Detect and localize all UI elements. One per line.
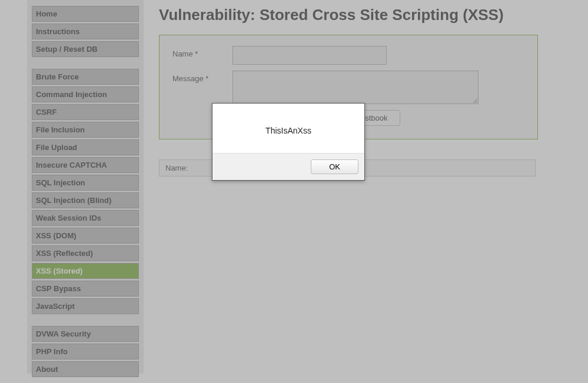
nav-home[interactable]: Home <box>32 6 139 22</box>
message-textarea[interactable] <box>232 71 479 104</box>
nav-brute-force[interactable]: Brute Force <box>32 69 139 85</box>
message-label: Message * <box>172 71 232 83</box>
alert-message: ThisIsAnXss <box>212 104 364 153</box>
nav-php-info[interactable]: PHP Info <box>32 344 139 359</box>
nav-setup[interactable]: Setup / Reset DB <box>32 41 139 57</box>
name-input[interactable] <box>232 46 387 65</box>
nav-group-3: DVWA Security PHP Info About <box>32 326 139 377</box>
nav-file-inclusion[interactable]: File Inclusion <box>32 122 139 138</box>
nav-insecure-captcha[interactable]: Insecure CAPTCHA <box>32 157 139 173</box>
nav-xss-stored[interactable]: XSS (Stored) <box>32 263 139 279</box>
nav-csp-bypass[interactable]: CSP Bypass <box>32 281 139 297</box>
nav-javascript[interactable]: JavaScript <box>32 298 139 314</box>
nav-sql-injection-blind[interactable]: SQL Injection (Blind) <box>32 192 139 208</box>
entry-name-label: Name: <box>165 164 188 172</box>
page-title: Vulnerability: Stored Cross Site Scripti… <box>159 6 538 24</box>
nav-csrf[interactable]: CSRF <box>32 104 139 120</box>
nav-group-1: Home Instructions Setup / Reset DB <box>32 6 139 57</box>
nav-file-upload[interactable]: File Upload <box>32 139 139 155</box>
nav-xss-dom[interactable]: XSS (DOM) <box>32 228 139 244</box>
nav-dvwa-security[interactable]: DVWA Security <box>32 326 139 342</box>
nav-instructions[interactable]: Instructions <box>32 24 139 39</box>
alert-dialog: ThisIsAnXss OK <box>212 103 365 181</box>
nav-weak-session-ids[interactable]: Weak Session IDs <box>32 210 139 226</box>
nav-sql-injection[interactable]: SQL Injection <box>32 175 139 191</box>
alert-footer: OK <box>212 153 364 180</box>
sidebar: Home Instructions Setup / Reset DB Brute… <box>27 0 144 374</box>
nav-xss-reflected[interactable]: XSS (Reflected) <box>32 245 139 261</box>
nav-group-2: Brute Force Command Injection CSRF File … <box>32 69 139 314</box>
nav-about[interactable]: About <box>32 361 139 377</box>
alert-ok-button[interactable]: OK <box>311 159 358 174</box>
nav-command-injection[interactable]: Command Injection <box>32 86 139 102</box>
name-label: Name * <box>172 46 232 58</box>
